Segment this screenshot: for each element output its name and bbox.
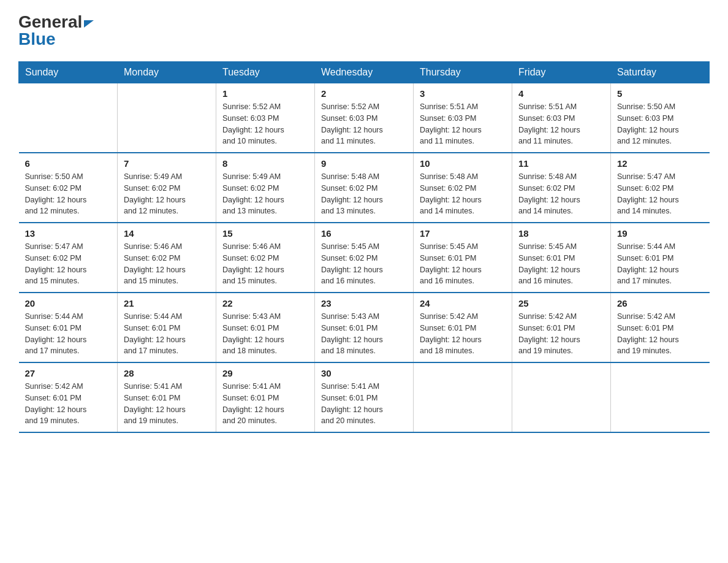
day-cell (512, 362, 611, 432)
day-cell: 7Sunrise: 5:49 AM Sunset: 6:02 PM Daylig… (118, 153, 216, 223)
header-cell-thursday: Thursday (414, 62, 512, 83)
day-number: 20 (25, 298, 112, 308)
day-number: 11 (518, 158, 604, 169)
day-number: 17 (420, 228, 506, 239)
header-cell-sunday: Sunday (19, 62, 118, 83)
day-info: Sunrise: 5:41 AM Sunset: 6:01 PM Dayligh… (222, 381, 308, 427)
day-info: Sunrise: 5:50 AM Sunset: 6:03 PM Dayligh… (617, 101, 703, 147)
header-cell-monday: Monday (118, 62, 216, 83)
day-cell: 3Sunrise: 5:51 AM Sunset: 6:03 PM Daylig… (414, 83, 512, 153)
day-info: Sunrise: 5:42 AM Sunset: 6:01 PM Dayligh… (25, 381, 112, 427)
header-cell-saturday: Saturday (611, 62, 710, 83)
day-info: Sunrise: 5:45 AM Sunset: 6:01 PM Dayligh… (420, 241, 506, 287)
day-info: Sunrise: 5:46 AM Sunset: 6:02 PM Dayligh… (124, 241, 210, 287)
day-info: Sunrise: 5:42 AM Sunset: 6:01 PM Dayligh… (420, 311, 506, 357)
day-number: 7 (124, 158, 210, 169)
day-number: 18 (518, 228, 604, 239)
day-info: Sunrise: 5:52 AM Sunset: 6:03 PM Dayligh… (321, 101, 407, 147)
day-cell: 18Sunrise: 5:45 AM Sunset: 6:01 PM Dayli… (512, 223, 611, 293)
week-row-4: 20Sunrise: 5:44 AM Sunset: 6:01 PM Dayli… (19, 293, 710, 362)
day-info: Sunrise: 5:42 AM Sunset: 6:01 PM Dayligh… (518, 311, 604, 357)
day-info: Sunrise: 5:43 AM Sunset: 6:01 PM Dayligh… (321, 311, 407, 357)
day-number: 25 (518, 298, 604, 308)
day-info: Sunrise: 5:44 AM Sunset: 6:01 PM Dayligh… (124, 311, 210, 357)
day-number: 28 (124, 368, 210, 378)
day-info: Sunrise: 5:49 AM Sunset: 6:02 PM Dayligh… (124, 171, 210, 217)
day-cell: 22Sunrise: 5:43 AM Sunset: 6:01 PM Dayli… (216, 293, 315, 362)
day-number: 15 (222, 228, 308, 239)
day-cell (118, 83, 216, 153)
header-cell-friday: Friday (512, 62, 611, 83)
day-info: Sunrise: 5:43 AM Sunset: 6:01 PM Dayligh… (222, 311, 308, 357)
day-info: Sunrise: 5:51 AM Sunset: 6:03 PM Dayligh… (420, 101, 506, 147)
day-number: 27 (25, 368, 112, 378)
day-info: Sunrise: 5:41 AM Sunset: 6:01 PM Dayligh… (321, 381, 407, 427)
day-number: 26 (617, 298, 703, 308)
logo-blue-text: Blue (18, 29, 94, 49)
day-info: Sunrise: 5:48 AM Sunset: 6:02 PM Dayligh… (321, 171, 407, 217)
day-info: Sunrise: 5:41 AM Sunset: 6:01 PM Dayligh… (124, 381, 210, 427)
day-number: 4 (518, 88, 604, 99)
day-cell: 6Sunrise: 5:50 AM Sunset: 6:02 PM Daylig… (19, 153, 118, 223)
day-cell: 25Sunrise: 5:42 AM Sunset: 6:01 PM Dayli… (512, 293, 611, 362)
day-cell: 1Sunrise: 5:52 AM Sunset: 6:03 PM Daylig… (216, 83, 315, 153)
week-row-1: 1Sunrise: 5:52 AM Sunset: 6:03 PM Daylig… (19, 83, 710, 153)
day-cell: 21Sunrise: 5:44 AM Sunset: 6:01 PM Dayli… (118, 293, 216, 362)
day-cell (611, 362, 710, 432)
day-number: 22 (222, 298, 308, 308)
day-info: Sunrise: 5:52 AM Sunset: 6:03 PM Dayligh… (222, 101, 308, 147)
day-number: 14 (124, 228, 210, 239)
day-info: Sunrise: 5:51 AM Sunset: 6:03 PM Dayligh… (518, 101, 604, 147)
day-info: Sunrise: 5:47 AM Sunset: 6:02 PM Dayligh… (617, 171, 703, 217)
day-cell: 23Sunrise: 5:43 AM Sunset: 6:01 PM Dayli… (315, 293, 414, 362)
day-number: 12 (617, 158, 703, 169)
calendar-header-row: SundayMondayTuesdayWednesdayThursdayFrid… (19, 62, 710, 83)
day-number: 24 (420, 298, 506, 308)
day-cell: 29Sunrise: 5:41 AM Sunset: 6:01 PM Dayli… (216, 362, 315, 432)
day-info: Sunrise: 5:50 AM Sunset: 6:02 PM Dayligh… (25, 171, 112, 217)
day-cell: 13Sunrise: 5:47 AM Sunset: 6:02 PM Dayli… (19, 223, 118, 293)
day-cell: 10Sunrise: 5:48 AM Sunset: 6:02 PM Dayli… (414, 153, 512, 223)
day-number: 8 (222, 158, 308, 169)
day-cell: 20Sunrise: 5:44 AM Sunset: 6:01 PM Dayli… (19, 293, 118, 362)
page-header: General Blue (18, 12, 710, 49)
day-cell: 19Sunrise: 5:44 AM Sunset: 6:01 PM Dayli… (611, 223, 710, 293)
day-number: 23 (321, 298, 407, 308)
day-cell: 15Sunrise: 5:46 AM Sunset: 6:02 PM Dayli… (216, 223, 315, 293)
day-info: Sunrise: 5:49 AM Sunset: 6:02 PM Dayligh… (222, 171, 308, 217)
day-info: Sunrise: 5:42 AM Sunset: 6:01 PM Dayligh… (617, 311, 703, 357)
day-number: 6 (25, 158, 112, 169)
day-cell: 16Sunrise: 5:45 AM Sunset: 6:02 PM Dayli… (315, 223, 414, 293)
day-cell: 4Sunrise: 5:51 AM Sunset: 6:03 PM Daylig… (512, 83, 611, 153)
day-info: Sunrise: 5:44 AM Sunset: 6:01 PM Dayligh… (617, 241, 703, 287)
day-cell: 8Sunrise: 5:49 AM Sunset: 6:02 PM Daylig… (216, 153, 315, 223)
day-number: 9 (321, 158, 407, 169)
day-info: Sunrise: 5:46 AM Sunset: 6:02 PM Dayligh… (222, 241, 308, 287)
day-cell: 28Sunrise: 5:41 AM Sunset: 6:01 PM Dayli… (118, 362, 216, 432)
day-info: Sunrise: 5:45 AM Sunset: 6:01 PM Dayligh… (518, 241, 604, 287)
day-cell (19, 83, 118, 153)
day-info: Sunrise: 5:47 AM Sunset: 6:02 PM Dayligh… (25, 241, 112, 287)
day-cell: 11Sunrise: 5:48 AM Sunset: 6:02 PM Dayli… (512, 153, 611, 223)
day-cell: 14Sunrise: 5:46 AM Sunset: 6:02 PM Dayli… (118, 223, 216, 293)
day-cell: 27Sunrise: 5:42 AM Sunset: 6:01 PM Dayli… (19, 362, 118, 432)
day-number: 30 (321, 368, 407, 378)
day-cell: 5Sunrise: 5:50 AM Sunset: 6:03 PM Daylig… (611, 83, 710, 153)
day-info: Sunrise: 5:45 AM Sunset: 6:02 PM Dayligh… (321, 241, 407, 287)
day-number: 2 (321, 88, 407, 99)
day-cell (414, 362, 512, 432)
day-cell: 9Sunrise: 5:48 AM Sunset: 6:02 PM Daylig… (315, 153, 414, 223)
day-number: 16 (321, 228, 407, 239)
logo: General Blue (18, 12, 94, 49)
day-cell: 26Sunrise: 5:42 AM Sunset: 6:01 PM Dayli… (611, 293, 710, 362)
day-info: Sunrise: 5:48 AM Sunset: 6:02 PM Dayligh… (518, 171, 604, 217)
day-number: 13 (25, 228, 112, 239)
week-row-3: 13Sunrise: 5:47 AM Sunset: 6:02 PM Dayli… (19, 223, 710, 293)
calendar-table: SundayMondayTuesdayWednesdayThursdayFrid… (18, 61, 710, 433)
day-number: 10 (420, 158, 506, 169)
day-cell: 30Sunrise: 5:41 AM Sunset: 6:01 PM Dayli… (315, 362, 414, 432)
day-info: Sunrise: 5:44 AM Sunset: 6:01 PM Dayligh… (25, 311, 112, 357)
day-cell: 12Sunrise: 5:47 AM Sunset: 6:02 PM Dayli… (611, 153, 710, 223)
day-number: 1 (222, 88, 308, 99)
day-info: Sunrise: 5:48 AM Sunset: 6:02 PM Dayligh… (420, 171, 506, 217)
